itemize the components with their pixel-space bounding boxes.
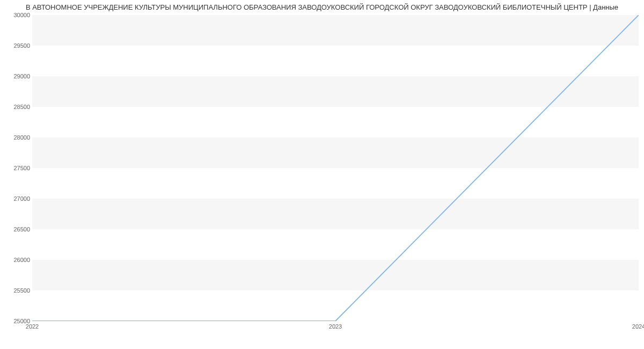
svg-rect-4 [32,15,639,46]
chart-container: В АВТОНОМНОЕ УЧРЕЖДЕНИЕ КУЛЬТУРЫ МУНИЦИП… [0,0,644,349]
y-tick-label: 26000 [3,257,30,263]
y-tick-label: 26500 [3,226,30,232]
svg-rect-0 [32,260,639,290]
y-tick-label: 29000 [3,73,30,79]
y-tick-label: 30000 [3,12,30,18]
y-tick-label: 25500 [3,287,30,294]
chart-svg [32,15,639,321]
svg-rect-2 [32,137,639,168]
y-tick-label: 27500 [3,165,30,171]
plot-area [32,15,639,321]
y-tick-label: 28000 [3,134,30,141]
chart-title: В АВТОНОМНОЕ УЧРЕЖДЕНИЕ КУЛЬТУРЫ МУНИЦИП… [0,3,644,11]
svg-rect-1 [32,199,639,229]
x-tick-label: 2023 [329,323,342,330]
y-tick-label: 29500 [3,42,30,49]
x-tick-label: 2022 [26,323,39,330]
y-tick-label: 27000 [3,195,30,202]
svg-rect-3 [32,76,639,107]
x-tick-label: 2024 [632,323,644,330]
y-tick-label: 28500 [3,104,30,110]
